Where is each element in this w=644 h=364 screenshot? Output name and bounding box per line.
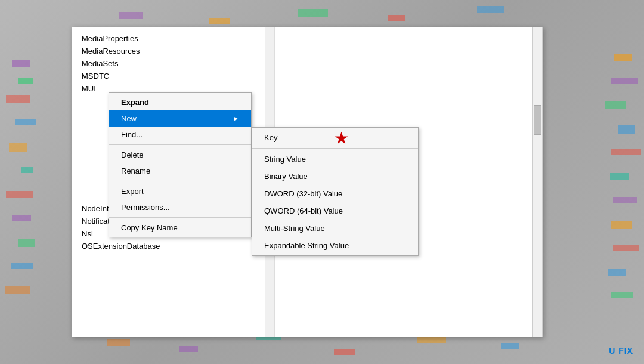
- menu-item-delete[interactable]: Delete: [109, 147, 251, 163]
- menu-separator-1: [109, 144, 251, 145]
- menu-separator-2: [109, 181, 251, 181]
- menu-item-permissions[interactable]: Permissions...: [109, 199, 251, 215]
- context-menu: Expand New ► Find... Delete Rename Expor…: [109, 92, 252, 237]
- submenu-item-dword-value[interactable]: DWORD (32-bit) Value: [252, 185, 418, 202]
- tree-item-mediaresources[interactable]: MediaResources: [72, 45, 274, 57]
- watermark-label: U FIX: [609, 346, 633, 356]
- tree-item-mediaproperties[interactable]: MediaProperties: [72, 32, 274, 45]
- tree-item-mediasets[interactable]: MediaSets: [72, 57, 274, 70]
- menu-item-find[interactable]: Find...: [109, 127, 251, 143]
- menu-item-copy-key-name[interactable]: Copy Key Name: [109, 220, 251, 236]
- red-star-annotation: ★: [334, 130, 349, 147]
- submenu-item-expandable-string-value[interactable]: Expandable String Value: [252, 237, 418, 254]
- tree-item-osextensiondatabase[interactable]: OSExtensionDatabase: [72, 240, 274, 252]
- menu-item-rename[interactable]: Rename: [109, 163, 251, 179]
- submenu-separator: [252, 148, 418, 149]
- tree-item-msdtc[interactable]: MSDTC: [72, 70, 274, 82]
- submenu-item-string-value[interactable]: String Value: [252, 150, 418, 168]
- submenu-item-qword-value[interactable]: QWORD (64-bit) Value: [252, 202, 418, 220]
- detail-scrollbar[interactable]: [532, 27, 542, 337]
- menu-item-expand[interactable]: Expand: [109, 94, 251, 110]
- detail-scrollbar-thumb[interactable]: [534, 105, 541, 135]
- menu-item-export[interactable]: Export: [109, 183, 251, 199]
- submenu-item-binary-value[interactable]: Binary Value: [252, 168, 418, 185]
- menu-item-new[interactable]: New ►: [109, 110, 251, 127]
- submenu-arrow: ►: [233, 115, 239, 122]
- submenu-item-multi-string-value[interactable]: Multi-String Value: [252, 220, 418, 237]
- menu-separator-3: [109, 217, 251, 218]
